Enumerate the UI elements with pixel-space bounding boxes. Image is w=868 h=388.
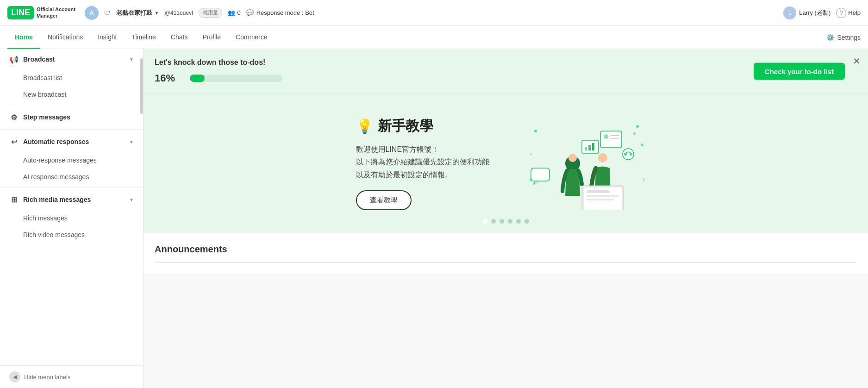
sidebar-item-rich-messages[interactable]: Rich messages xyxy=(0,210,143,226)
illustration-svg: + + + xyxy=(522,117,651,210)
todo-title: Let's knock down those to-dos! xyxy=(155,58,857,67)
sidebar-item-rich-video-messages[interactable]: Rich video messages xyxy=(0,226,143,243)
gear-icon: ⚙️ xyxy=(826,34,834,41)
svg-text:+: + xyxy=(529,176,532,183)
chevron-down-icon: ▼ xyxy=(129,57,134,62)
svg-point-1 xyxy=(636,125,639,128)
user-info: L Larry (老黏) xyxy=(783,6,831,19)
sidebar-item-broadcast[interactable]: 📢 Broadcast ▼ xyxy=(0,49,143,69)
announcements-title: Announcements xyxy=(155,244,857,255)
carousel-text-area: 💡 新手教學 歡迎使用LINE官方帳號！ 以下將為您介紹建議優先設定的便利功能 … xyxy=(356,117,489,210)
divider3 xyxy=(0,187,143,188)
usage-badge: 輕用量 xyxy=(199,8,222,18)
nav-tabs: Home Notifications Insight Timeline Chat… xyxy=(0,26,868,49)
svg-text:+: + xyxy=(633,131,636,137)
progress-bar-fill xyxy=(190,75,205,82)
svg-rect-10 xyxy=(588,145,591,150)
scroll-thumb xyxy=(140,58,143,114)
user-avatar-icon: L xyxy=(783,6,796,19)
svg-point-13 xyxy=(624,153,627,156)
svg-rect-25 xyxy=(587,195,619,197)
logo-area: LINE Official Account Manager xyxy=(7,6,75,19)
chevron-down-icon-3: ▼ xyxy=(129,197,134,202)
progress-bar-background xyxy=(190,75,282,82)
tab-profile[interactable]: Profile xyxy=(195,26,228,49)
tab-commerce[interactable]: Commerce xyxy=(228,26,275,49)
tab-insight[interactable]: Insight xyxy=(90,26,124,49)
followers-count: 👥 0 xyxy=(228,9,240,16)
carousel-cta-button[interactable]: 查看教學 xyxy=(356,190,412,210)
tab-timeline[interactable]: Timeline xyxy=(124,26,163,49)
logo-line-icon: LINE xyxy=(7,6,34,19)
broadcast-icon: 📢 xyxy=(9,55,19,64)
sidebar-item-rich-media-messages[interactable]: ⊞ Rich media messages ▼ xyxy=(0,189,143,210)
todo-banner: ✕ Let's knock down those to-dos! 16% Che… xyxy=(144,49,868,94)
step-messages-icon: ⚙ xyxy=(9,113,19,122)
shield-icon: 🛡 xyxy=(104,9,111,17)
sidebar-item-broadcast-list[interactable]: Broadcast list xyxy=(0,69,143,86)
account-id: @411euevf xyxy=(165,10,194,16)
carousel-dot-1[interactable] xyxy=(483,219,487,224)
sidebar: 📢 Broadcast ▼ Broadcast list New broadca… xyxy=(0,49,144,388)
sidebar-scrollbar xyxy=(140,49,143,243)
sidebar-item-automatic-responses[interactable]: ↩ Automatic responses ▼ xyxy=(0,131,143,152)
svg-point-5 xyxy=(604,134,608,139)
main-layout: 📢 Broadcast ▼ Broadcast list New broadca… xyxy=(0,49,868,388)
hide-menu-icon: ◀ xyxy=(9,371,20,382)
announcements-section: Announcements xyxy=(144,233,868,274)
svg-point-3 xyxy=(530,153,532,155)
sidebar-item-auto-response-messages[interactable]: Auto-response messages xyxy=(0,152,143,169)
carousel-heading: 💡 新手教學 xyxy=(356,117,489,136)
help-button[interactable]: ? Help xyxy=(836,8,861,18)
svg-rect-11 xyxy=(592,143,594,150)
progress-percentage: 16% xyxy=(155,72,182,84)
carousel-dot-3[interactable] xyxy=(500,219,504,224)
chevron-down-icon-2: ▼ xyxy=(129,139,134,144)
content-area: ✕ Let's knock down those to-dos! 16% Che… xyxy=(144,49,868,388)
followers-icon: 👥 xyxy=(228,9,235,16)
svg-point-2 xyxy=(641,144,643,146)
svg-text:+: + xyxy=(642,176,646,183)
svg-rect-4 xyxy=(600,131,622,148)
check-todo-button[interactable]: Check your to-do list xyxy=(754,63,845,80)
settings-button[interactable]: ⚙️ Settings xyxy=(826,34,861,41)
hide-menu-labels-button[interactable]: ◀ Hide menu labels xyxy=(0,365,143,388)
close-banner-button[interactable]: ✕ xyxy=(853,56,861,67)
account-avatar: A xyxy=(85,6,99,20)
carousel-dot-6[interactable] xyxy=(525,219,529,224)
svg-rect-9 xyxy=(585,147,587,150)
svg-point-14 xyxy=(630,153,632,156)
sidebar-item-new-broadcast[interactable]: New broadcast xyxy=(0,86,143,103)
sidebar-item-ai-response-messages[interactable]: AI response messages xyxy=(0,169,143,185)
chat-icon: 💬 xyxy=(246,9,254,16)
auto-responses-icon: ↩ xyxy=(9,137,19,146)
svg-point-19 xyxy=(568,154,577,162)
topbar-right: L Larry (老黏) ? Help xyxy=(783,6,861,19)
svg-rect-26 xyxy=(587,199,614,200)
divider xyxy=(0,105,143,105)
divider2 xyxy=(0,129,143,130)
tab-notifications[interactable]: Notifications xyxy=(40,26,90,49)
svg-rect-24 xyxy=(587,190,610,193)
svg-point-20 xyxy=(598,153,607,163)
carousel-dots xyxy=(483,219,529,224)
carousel-dot-4[interactable] xyxy=(508,219,512,224)
help-icon: ? xyxy=(836,8,846,18)
rich-media-icon: ⊞ xyxy=(9,195,19,204)
svg-marker-16 xyxy=(533,181,538,185)
tab-chats[interactable]: Chats xyxy=(163,26,195,49)
lightbulb-icon: 💡 xyxy=(356,118,373,134)
svg-rect-15 xyxy=(531,168,550,181)
progress-row: 16% xyxy=(155,72,857,84)
svg-point-0 xyxy=(534,130,537,132)
sidebar-item-step-messages[interactable]: ⚙ Step messages xyxy=(0,107,143,127)
topbar: LINE Official Account Manager A 🛡 老黏在家打鼓… xyxy=(0,0,868,26)
tab-home[interactable]: Home xyxy=(7,26,40,49)
carousel-illustration: + + + xyxy=(517,117,656,210)
carousel-banner: 💡 新手教學 歡迎使用LINE官方帳號！ 以下將為您介紹建議優先設定的便利功能 … xyxy=(144,94,868,233)
logo-text: Official Account Manager xyxy=(37,6,75,19)
account-name[interactable]: 老黏在家打鼓 ▼ xyxy=(116,9,159,17)
carousel-dot-2[interactable] xyxy=(491,219,496,224)
response-mode[interactable]: 💬 Response mode : Bot xyxy=(246,9,314,16)
carousel-dot-5[interactable] xyxy=(516,219,521,224)
